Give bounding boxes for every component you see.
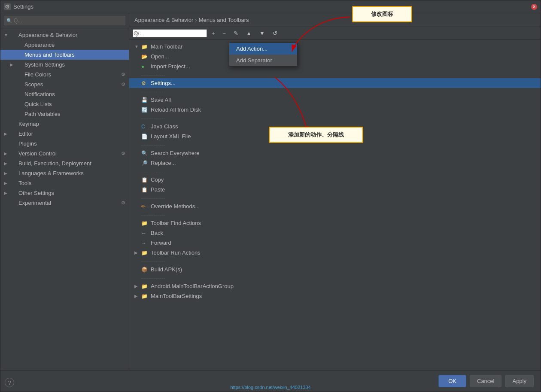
window-title: Settings [13, 3, 531, 10]
breadcrumb-part1: Appearance & Behavior [134, 17, 193, 23]
sidebar-item-experimental[interactable]: Experimental ⚙ [0, 198, 129, 208]
folder-icon: 📂 [141, 54, 149, 60]
sidebar-item-notifications[interactable]: Notifications [0, 89, 129, 99]
paste-icon: 📋 [141, 187, 149, 193]
item-label: Open... [151, 53, 169, 60]
sidebar-label: Version Control [18, 150, 57, 157]
java-icon: C [141, 124, 149, 130]
expand-arrow: ▶ [4, 181, 10, 185]
list-item[interactable]: 📦 Build APK(s) [129, 264, 541, 274]
list-item[interactable]: 💾 Save All [129, 95, 541, 105]
settings-icon: ⚙ [121, 72, 125, 77]
item-label: Paste [151, 186, 165, 193]
list-item[interactable]: 📋 Copy [129, 175, 541, 185]
item-label: Replace... [151, 160, 176, 166]
list-item[interactable]: 📁 Toolbar Find Actions [129, 218, 541, 228]
expand-arrow: ▶ [134, 294, 140, 298]
list-item[interactable]: ✏ Override Methods... [129, 201, 541, 211]
move-down-button[interactable]: ▼ [256, 29, 268, 38]
list-item[interactable]: ▶ 📁 MainToolBarSettings [129, 291, 541, 301]
folder-icon: 📁 [141, 293, 149, 299]
sidebar-item-languages-frameworks[interactable]: ▶ Languages & Frameworks [0, 168, 129, 178]
reset-button[interactable]: ↺ [270, 29, 280, 38]
annotation-text: 添加新的动作、分隔线 [288, 131, 344, 139]
sidebar-item-tools[interactable]: ▶ Tools [0, 178, 129, 188]
add-button[interactable]: + [209, 29, 218, 38]
remove-button[interactable]: − [220, 29, 229, 38]
expand-arrow: ▶ [4, 151, 10, 156]
edit-button[interactable]: ✎ [231, 29, 241, 38]
sidebar-item-appearance[interactable]: Appearance [0, 40, 129, 50]
move-up-button[interactable]: ▲ [243, 29, 255, 38]
expand-arrow: ▶ [4, 161, 10, 166]
separator: ------------ [129, 194, 541, 201]
folder-icon: 📁 [141, 220, 149, 226]
add-separator-item[interactable]: Add Separator [229, 55, 297, 66]
sidebar-item-appearance-behavior[interactable]: ▼ Appearance & Behavior [0, 30, 129, 40]
item-label: Override Methods... [151, 203, 200, 210]
annotation-icon: 修改图标 [352, 6, 412, 22]
app-icon: ⚙ [4, 3, 11, 10]
toolbar: Q + − ✎ ▲ ▼ ↺ Add Action... Add Separato… [129, 27, 541, 40]
sidebar-item-plugins[interactable]: Plugins [0, 139, 129, 149]
sidebar-item-file-colors[interactable]: File Colors ⚙ [0, 70, 129, 79]
add-action-item[interactable]: Add Action... [229, 43, 297, 55]
copy-icon: 📋 [141, 177, 149, 183]
separator: ------------ [129, 88, 541, 95]
annotation-add: 添加新的动作、分隔线 [269, 127, 363, 143]
title-bar: ⚙ Settings × [0, 0, 541, 13]
sidebar-item-version-control[interactable]: ▶ Version Control ⚙ [0, 149, 129, 158]
expand-arrow: ▶ [4, 131, 10, 136]
sidebar-label: Other Settings [18, 190, 54, 196]
apk-icon: 📦 [141, 267, 149, 273]
sidebar-item-build-execution[interactable]: ▶ Build, Execution, Deployment [0, 158, 129, 168]
sidebar-item-editor[interactable]: ▶ Editor [0, 129, 129, 139]
item-label: Search Everywhere [151, 150, 199, 156]
sidebar-item-path-variables[interactable]: Path Variables [0, 109, 129, 119]
item-label: Toolbar Run Actions [151, 249, 201, 256]
settings-icon: ⚙ [121, 200, 125, 206]
expand-arrow: ▼ [4, 33, 10, 37]
list-item[interactable]: ← Back [129, 228, 541, 238]
sidebar-item-scopes[interactable]: Scopes ⚙ [0, 79, 129, 89]
toolbar-search-input[interactable] [133, 29, 207, 37]
list-item[interactable]: ● Import Project... [129, 61, 541, 71]
sidebar-tree: ▼ Appearance & Behavior Appearance Menus… [0, 28, 129, 370]
breadcrumb-separator: › [195, 17, 197, 23]
settings-window: ⚙ Settings × 🔍 ▼ Appearance & Behavior [0, 0, 541, 392]
sidebar-label: Notifications [24, 91, 55, 97]
sidebar-label: Experimental [18, 200, 51, 206]
list-item[interactable]: 📋 Paste [129, 185, 541, 194]
sidebar-label: Appearance & Behavior [18, 32, 77, 38]
list-item[interactable]: 🔍 Search Everywhere [129, 148, 541, 158]
list-item[interactable]: ▶ 📁 Toolbar Run Actions [129, 248, 541, 258]
sidebar-item-system-settings[interactable]: ▶ System Settings [0, 60, 129, 70]
list-item[interactable]: 🔄 Reload All from Disk [129, 105, 541, 115]
list-item-settings[interactable]: ⚙ Settings... [129, 78, 541, 88]
list-item[interactable]: ▼ 📁 Main Toolbar [129, 42, 541, 52]
sidebar-item-keymap[interactable]: Keymap [0, 119, 129, 129]
item-label: MainToolBarSettings [151, 293, 202, 299]
bottom-bar: ? OK Cancel Apply https://blog.csdn.net/… [0, 370, 541, 392]
item-label: Build APK(s) [151, 266, 182, 273]
expand-arrow: ▶ [4, 191, 10, 195]
sidebar-item-other-settings[interactable]: ▶ Other Settings [0, 188, 129, 198]
sidebar-item-quick-lists[interactable]: Quick Lists [0, 99, 129, 109]
list-item[interactable]: 🔎 Replace... [129, 158, 541, 168]
settings-icon: ⚙ [121, 82, 125, 87]
list-item[interactable]: → Forward [129, 238, 541, 248]
save-icon: 💾 [141, 97, 149, 103]
sidebar-label: Path Variables [24, 111, 61, 117]
bottom-link[interactable]: https://blog.csdn.net/weixin_44021334 [0, 385, 541, 392]
list-item[interactable]: 📂 Open... [129, 52, 541, 61]
search-icon: 🔍 [141, 150, 149, 156]
sidebar-search-input[interactable] [4, 16, 125, 25]
sidebar-label: Tools [18, 180, 31, 186]
list-item[interactable]: ▶ 📁 Android.MainToolBarActionGroup [129, 281, 541, 291]
main-header: Appearance & Behavior › Menus and Toolba… [129, 13, 541, 27]
separator: ------------ [129, 71, 541, 78]
close-button[interactable]: × [531, 4, 537, 10]
sidebar-item-menus-toolbars[interactable]: Menus and Toolbars [0, 50, 129, 60]
sidebar-label: Quick Lists [24, 101, 52, 107]
separator: ------------ [129, 258, 541, 264]
